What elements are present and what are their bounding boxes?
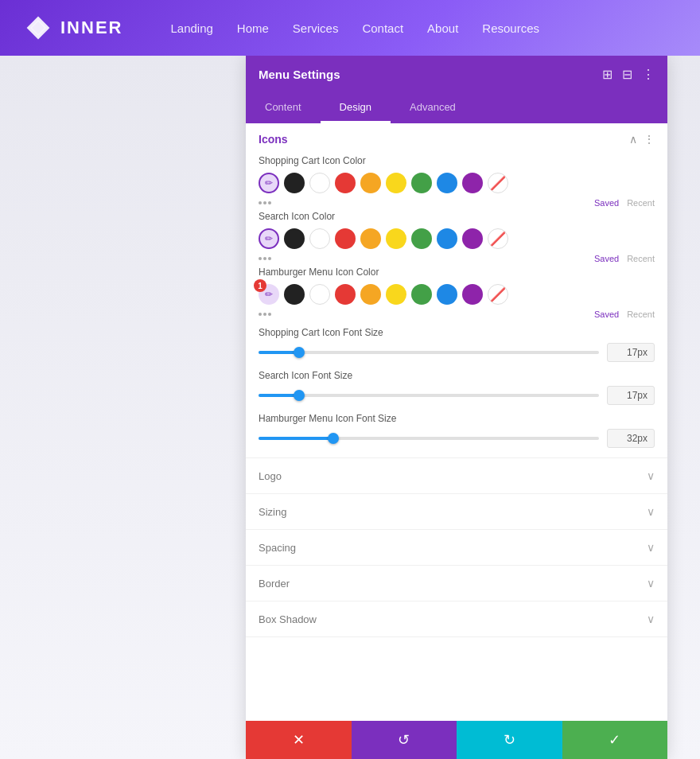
hamburger-white[interactable] — [309, 284, 330, 305]
hamburger-badge-num: 1 — [254, 279, 266, 292]
panel-body: Icons ∧ ⋮ Shopping Cart Icon Color ✏ — [246, 123, 667, 721]
search-green[interactable] — [411, 228, 432, 249]
logo-section-title: Logo — [259, 470, 282, 482]
search-size-label: Search Icon Font Size — [259, 370, 655, 381]
hamburger-red[interactable] — [335, 284, 356, 305]
tab-content[interactable]: Content — [246, 93, 321, 123]
shopping-cart-none[interactable] — [488, 173, 508, 193]
shopping-cart-color-row: ✏ — [259, 173, 655, 193]
shopping-cart-white[interactable] — [309, 173, 330, 193]
cart-size-slider-row: 17px — [259, 343, 655, 362]
search-yellow[interactable] — [386, 228, 406, 249]
logo-chevron-icon: ∨ — [647, 469, 655, 482]
sizing-chevron-icon: ∨ — [647, 505, 655, 518]
site-header: INNER Landing Home Services Contact Abou… — [0, 0, 700, 56]
logo-section[interactable]: Logo ∨ — [246, 458, 667, 494]
nav-landing[interactable]: Landing — [170, 21, 212, 35]
logo-text: INNER — [60, 18, 122, 38]
shopping-cart-saved[interactable]: Saved — [594, 198, 619, 208]
cart-size-track[interactable] — [259, 351, 599, 354]
redo-button[interactable]: ↻ — [457, 721, 562, 759]
icons-section-controls: ∧ ⋮ — [629, 133, 655, 146]
search-more-colors[interactable] — [259, 257, 271, 260]
shopping-cart-recent[interactable]: Recent — [627, 198, 655, 208]
shopping-cart-eyedropper[interactable]: ✏ — [259, 173, 279, 193]
search-recent[interactable]: Recent — [627, 254, 655, 263]
search-blue[interactable] — [437, 228, 457, 249]
hamburger-size-value[interactable]: 32px — [607, 429, 655, 448]
box-shadow-section[interactable]: Box Shadow ∨ — [246, 601, 667, 637]
search-color-row: ✏ — [259, 228, 655, 249]
site-logo: INNER — [24, 14, 122, 42]
search-size-track[interactable] — [259, 394, 599, 397]
nav-about[interactable]: About — [427, 21, 458, 35]
cancel-button[interactable]: ✕ — [246, 721, 352, 759]
tab-advanced[interactable]: Advanced — [391, 93, 475, 123]
hamburger-orange[interactable] — [360, 284, 381, 305]
search-orange[interactable] — [360, 228, 381, 249]
nav-home[interactable]: Home — [237, 21, 269, 35]
panel-tabs: Content Design Advanced — [246, 93, 667, 123]
shopping-cart-yellow[interactable] — [386, 173, 406, 193]
hamburger-badge-container: 1 ✏ — [259, 284, 279, 305]
hamburger-black[interactable] — [284, 284, 305, 305]
shopping-cart-purple[interactable] — [462, 173, 483, 193]
hamburger-size-track[interactable] — [259, 437, 599, 440]
sizing-section[interactable]: Sizing ∨ — [246, 494, 667, 530]
site-nav: Landing Home Services Contact About Reso… — [170, 21, 539, 35]
shopping-cart-orange[interactable] — [360, 173, 381, 193]
sizing-section-title: Sizing — [259, 506, 286, 518]
shopping-cart-black[interactable] — [284, 173, 305, 193]
search-eyedropper[interactable]: ✏ — [259, 228, 279, 249]
search-red[interactable] — [335, 228, 356, 249]
search-saved-recent: Saved Recent — [594, 254, 655, 263]
search-saved[interactable]: Saved — [594, 254, 619, 263]
hamburger-yellow[interactable] — [386, 284, 406, 305]
hamburger-color-row: 1 ✏ — [259, 284, 655, 305]
panel-header-icons: ⊞ ⊟ ⋮ — [602, 67, 655, 82]
nav-resources[interactable]: Resources — [482, 21, 539, 35]
search-none[interactable] — [488, 228, 508, 249]
hamburger-more-colors[interactable] — [259, 313, 271, 316]
shopping-cart-more-colors[interactable] — [259, 201, 271, 204]
icons-more-icon[interactable]: ⋮ — [644, 133, 655, 146]
border-section-title: Border — [259, 578, 290, 590]
nav-services[interactable]: Services — [293, 21, 339, 35]
icons-section-title: Icons — [259, 133, 288, 146]
search-purple[interactable] — [462, 228, 483, 249]
hamburger-recent[interactable]: Recent — [627, 309, 655, 319]
shopping-cart-red[interactable] — [335, 173, 356, 193]
search-color-label: Search Icon Color — [259, 211, 655, 222]
nav-contact[interactable]: Contact — [362, 21, 403, 35]
box-shadow-section-title: Box Shadow — [259, 613, 317, 625]
border-section[interactable]: Border ∨ — [246, 566, 667, 601]
save-button[interactable]: ✓ — [562, 721, 668, 759]
panel-header: Menu Settings ⊞ ⊟ ⋮ — [246, 56, 667, 93]
spacing-section[interactable]: Spacing ∨ — [246, 530, 667, 566]
icons-section-header: Icons ∧ ⋮ — [259, 133, 655, 146]
icons-collapse-icon[interactable]: ∧ — [629, 133, 637, 146]
panel-more-icon[interactable]: ⋮ — [642, 67, 655, 82]
search-black[interactable] — [284, 228, 305, 249]
logo-diamond-icon — [24, 14, 52, 42]
hamburger-saved[interactable]: Saved — [594, 309, 619, 319]
shopping-cart-green[interactable] — [411, 173, 432, 193]
tab-design[interactable]: Design — [321, 93, 391, 123]
hamburger-color-label: Hamburger Menu Icon Color — [259, 267, 655, 278]
hamburger-green[interactable] — [411, 284, 432, 305]
shopping-cart-blue[interactable] — [437, 173, 457, 193]
box-shadow-chevron-icon: ∨ — [647, 613, 655, 625]
cart-size-label: Shopping Cart Icon Font Size — [259, 327, 655, 338]
search-white[interactable] — [309, 228, 330, 249]
hamburger-none[interactable] — [488, 284, 508, 305]
cart-size-value[interactable]: 17px — [607, 343, 655, 362]
hamburger-size-slider-row: 32px — [259, 429, 655, 448]
hamburger-purple[interactable] — [462, 284, 483, 305]
panel-columns-icon[interactable]: ⊟ — [622, 67, 632, 82]
reset-button[interactable]: ↺ — [352, 721, 457, 759]
search-size-value[interactable]: 17px — [607, 386, 655, 405]
border-chevron-icon: ∨ — [647, 577, 655, 590]
hamburger-blue[interactable] — [437, 284, 457, 305]
svg-marker-0 — [27, 17, 50, 40]
panel-grid-icon[interactable]: ⊞ — [602, 67, 612, 82]
